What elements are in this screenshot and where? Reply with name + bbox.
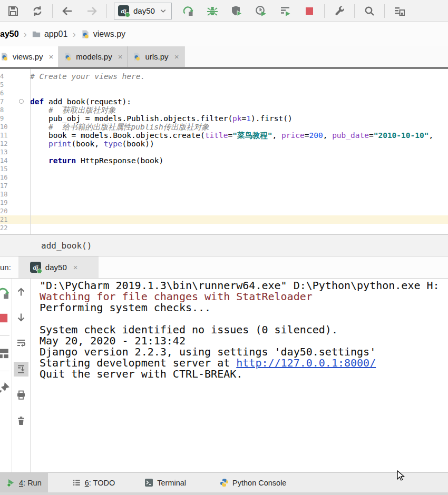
code-line[interactable]: 6 (0, 89, 448, 97)
print-button[interactable] (14, 388, 28, 402)
code-line[interactable]: 9 pub_obj = models.Publish.objects.filte… (0, 114, 448, 123)
stop-button[interactable] (297, 3, 322, 19)
console-line: Watching for file changes with StatReloa… (40, 291, 448, 302)
console-line: "D:\PyCharm 2019.1.3\bin\runnerw64.exe" … (40, 280, 448, 291)
code-line[interactable]: 13 (0, 148, 448, 156)
line-number: 18 (0, 190, 24, 199)
line-number: 12 (0, 140, 24, 148)
code-line[interactable]: 19 (0, 199, 448, 207)
soft-wrap-button[interactable] (14, 336, 28, 351)
synchronize-button[interactable] (25, 3, 50, 19)
clear-all-button[interactable] (14, 413, 28, 428)
code-line[interactable]: 7def add_book(request): (0, 97, 448, 106)
concurrency-icon (279, 5, 291, 17)
console-line: Quit the server with CTRL-BREAK. (40, 369, 448, 380)
scroll-to-end-button[interactable] (14, 362, 28, 377)
code-line[interactable]: 8 # 获取出版社对象 (0, 106, 448, 114)
code-line[interactable]: 22 (0, 224, 448, 232)
tool-window-label: Python Console (232, 479, 286, 487)
close-tab-icon[interactable]: × (118, 52, 123, 61)
code-line[interactable]: 11 book = models.Book.objects.create(tit… (0, 131, 448, 140)
code-line[interactable]: 15 (0, 165, 448, 173)
code-text: print(book, type(book)) (24, 140, 154, 148)
folder-icon (32, 29, 41, 39)
run-button[interactable] (176, 3, 200, 19)
python-file-icon (0, 52, 9, 61)
tool-window-python-console[interactable]: Python Console (213, 473, 293, 492)
breadcrumb: ay50›app01›views.py (0, 22, 448, 46)
tool-window-terminal[interactable]: Terminal (138, 473, 192, 492)
code-line[interactable]: 14 return HttpResponse(book) (0, 156, 448, 165)
close-tab-icon[interactable]: × (174, 52, 179, 61)
tab-label: models.py (76, 52, 112, 61)
rerun-icon (0, 286, 11, 301)
run-config-tab[interactable]: djday50× (18, 256, 99, 278)
back-arrow-icon (61, 5, 74, 17)
breadcrumb-item-app01[interactable]: app01 (32, 29, 68, 39)
code-line[interactable]: 12 print(book, type(book)) (0, 140, 448, 148)
server-url-link[interactable]: http://127.0.0.1:8000/ (236, 357, 376, 369)
run-tool-window-header: un: djday50× (0, 256, 448, 279)
line-number: 19 (0, 199, 24, 207)
restore-layout-button[interactable] (0, 346, 11, 361)
code-text: def add_book(request): (24, 97, 131, 106)
tab-views-py[interactable]: views.py× (0, 46, 59, 67)
pin-button[interactable] (0, 381, 11, 396)
code-line[interactable]: 5 (0, 81, 448, 89)
settings-button[interactable] (327, 3, 352, 19)
rerun-button[interactable] (0, 286, 11, 301)
search-everywhere-button[interactable] (357, 3, 382, 19)
stop-icon (303, 5, 316, 17)
code-line[interactable]: 10 # 给书籍的出版社属性publish传出版社对象 (0, 123, 448, 131)
chevron-down-icon (159, 7, 167, 15)
console-line: Starting development server at http://12… (40, 358, 448, 369)
profiler-icon (255, 5, 267, 17)
close-run-tab-icon[interactable]: × (73, 263, 78, 272)
rerun-icon (182, 5, 194, 17)
clear-all-icon (16, 415, 26, 426)
tool-window-run[interactable]: 4: Run (0, 473, 48, 492)
code-line[interactable]: 21 (0, 215, 448, 224)
django-icon: dj (30, 262, 41, 273)
mouse-cursor (397, 470, 407, 482)
breadcrumb-item-views-py[interactable]: views.py (81, 29, 125, 39)
code-line[interactable]: 16 (0, 173, 448, 182)
profiler-button[interactable] (249, 3, 273, 19)
run-configuration-combo[interactable]: djday50 (114, 3, 172, 19)
console-output[interactable]: "D:\PyCharm 2019.1.3\bin\runnerw64.exe" … (40, 280, 448, 470)
forward-button[interactable] (80, 3, 104, 19)
debug-button[interactable] (200, 3, 225, 19)
down-arrow-button[interactable] (14, 310, 28, 325)
line-number: 16 (0, 173, 24, 182)
run-panel-label: un: (0, 263, 11, 272)
up-arrow-button[interactable] (14, 284, 28, 299)
tab-models-py[interactable]: models.py× (59, 46, 128, 67)
code-line[interactable]: 18 (0, 190, 448, 199)
gutter-divider (30, 69, 31, 234)
code-text: # Create your views here. (24, 72, 145, 81)
tool-window-todo[interactable]: 6: TODO (66, 473, 122, 492)
save-layout-button[interactable] (387, 3, 412, 19)
run-config-name: day50 (133, 6, 155, 15)
coverage-button[interactable] (225, 3, 249, 19)
stop-button[interactable] (0, 311, 11, 325)
run-console-panel: "D:\PyCharm 2019.1.3\bin\runnerw64.exe" … (0, 279, 448, 472)
save-all-button[interactable] (1, 3, 25, 19)
breadcrumb-label: app01 (44, 29, 68, 39)
pycharm-window: djday50 ay50›app01›views.py views.py×mod… (0, 0, 448, 495)
breadcrumb-item-ay50[interactable]: ay50 (0, 29, 19, 39)
close-tab-icon[interactable]: × (49, 52, 54, 61)
fold-marker-icon[interactable] (19, 99, 24, 104)
back-button[interactable] (55, 3, 80, 19)
concurrency-button[interactable] (273, 3, 297, 19)
python-icon (220, 478, 229, 487)
toolbar-separator (0, 335, 9, 336)
code-line[interactable]: 20 (0, 207, 448, 215)
tab-urls-py[interactable]: urls.py× (128, 46, 184, 67)
line-number: 8 (0, 106, 24, 114)
coverage-icon (230, 5, 243, 17)
toolbar-separator (324, 4, 325, 18)
code-line[interactable]: 17 (0, 182, 448, 190)
code-editor[interactable]: 4# Create your views here.567def add_boo… (0, 69, 448, 234)
code-line[interactable]: 4# Create your views here. (0, 72, 448, 81)
